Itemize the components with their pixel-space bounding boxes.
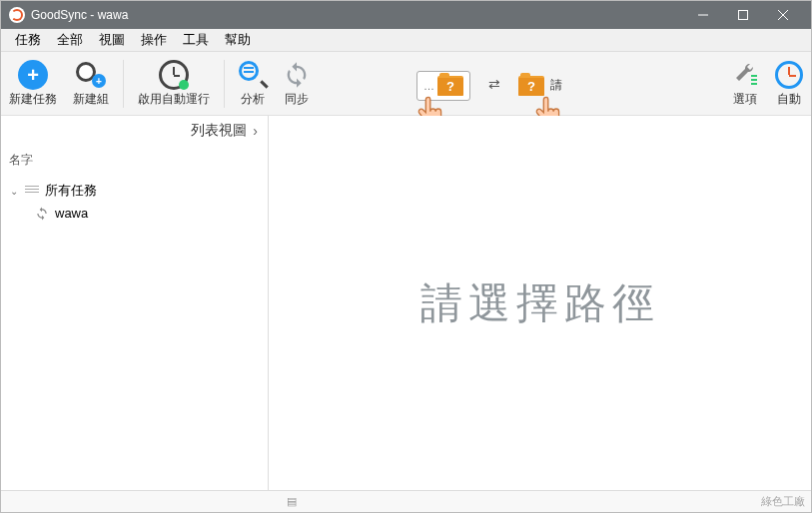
titlebar: GoodSync - wawa: [1, 1, 811, 29]
sync-icon: [283, 61, 311, 89]
close-button[interactable]: [763, 1, 803, 29]
folder-question-icon: ?: [518, 76, 544, 96]
options-label: 選項: [733, 91, 757, 108]
wrench-icon: [731, 61, 759, 89]
minimize-button[interactable]: [683, 1, 723, 29]
menu-tasks[interactable]: 任務: [7, 31, 49, 49]
svg-rect-1: [739, 11, 748, 20]
list-icon: [25, 186, 39, 196]
sync-button[interactable]: 同步: [275, 52, 319, 115]
options-button[interactable]: 選項: [723, 52, 767, 115]
folder-question-icon: ?: [437, 76, 463, 96]
chevron-down-icon[interactable]: ⌄: [7, 186, 21, 197]
svg-rect-4: [751, 75, 757, 77]
menu-tools[interactable]: 工具: [175, 31, 217, 49]
analyze-label: 分析: [241, 91, 265, 108]
job-tree: ⌄ 所有任務 wawa: [1, 179, 268, 224]
app-icon: [9, 7, 25, 23]
ellipsis-icon: …: [423, 80, 434, 92]
new-group-button[interactable]: + 新建組: [65, 52, 117, 115]
sync-label: 同步: [285, 91, 309, 108]
swap-icon[interactable]: ⇄: [488, 76, 500, 92]
analyze-button[interactable]: 分析: [231, 52, 275, 115]
menu-all[interactable]: 全部: [49, 31, 91, 49]
sidebar: 列表視圖 › 名字 ⌄ 所有任務 wawa: [1, 116, 269, 490]
right-folder-label: 請: [550, 77, 562, 94]
enable-auto-button[interactable]: 啟用自動運行: [130, 52, 218, 115]
clock-icon: [159, 60, 189, 90]
sync-small-icon: [35, 207, 49, 221]
name-column-header: 名字: [1, 146, 268, 179]
plus-icon: +: [18, 60, 48, 90]
menubar: 任務 全部 視圖 操作 工具 幫助: [1, 29, 811, 52]
tree-job-item[interactable]: wawa: [7, 203, 268, 224]
placeholder-text: 請選擇路徑: [420, 275, 660, 331]
enable-auto-label: 啟用自動運行: [138, 91, 210, 108]
menu-help[interactable]: 幫助: [217, 31, 259, 49]
magnifier-icon: [239, 61, 267, 89]
new-group-label: 新建組: [73, 91, 109, 108]
main-panel: 請選擇路徑: [269, 116, 811, 490]
tree-job-label: wawa: [55, 206, 88, 221]
status-list-icon: ▤: [287, 495, 297, 508]
new-task-label: 新建任務: [9, 91, 57, 108]
auto-clock-icon: [775, 61, 803, 89]
tree-root[interactable]: ⌄ 所有任務: [7, 179, 268, 203]
right-folder-button[interactable]: ?: [518, 76, 544, 96]
list-view-toggle[interactable]: 列表視圖 ›: [1, 116, 268, 146]
tree-root-label: 所有任務: [45, 182, 97, 200]
window-title: GoodSync - wawa: [31, 8, 683, 22]
list-view-label: 列表視圖: [191, 122, 247, 140]
new-task-button[interactable]: + 新建任務: [1, 52, 65, 115]
auto-button[interactable]: 自動: [767, 52, 811, 115]
menu-operate[interactable]: 操作: [133, 31, 175, 49]
svg-rect-6: [751, 83, 757, 85]
svg-rect-5: [751, 79, 757, 81]
toolbar: + 新建任務 + 新建組 啟用自動運行 分析 同步 … ? ⇄ ?: [1, 52, 811, 116]
auto-label: 自動: [777, 91, 801, 108]
maximize-button[interactable]: [723, 1, 763, 29]
brand-watermark: 綠色工廠: [761, 494, 805, 509]
menu-view[interactable]: 視圖: [91, 31, 133, 49]
statusbar: ▤ 綠色工廠: [1, 490, 811, 512]
chevron-right-icon: ›: [253, 123, 258, 139]
new-group-icon: +: [76, 60, 106, 90]
